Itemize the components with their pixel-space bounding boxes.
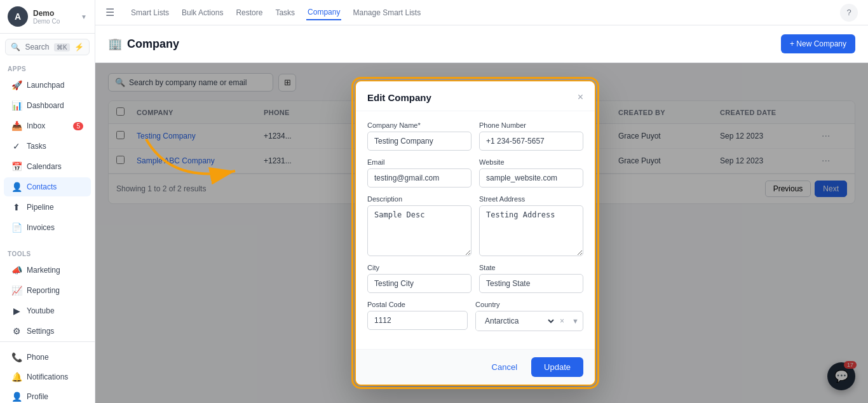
topnav-smart-lists[interactable]: Smart Lists bbox=[130, 6, 170, 20]
postal-input[interactable] bbox=[367, 311, 468, 330]
topnav-help-icon[interactable]: ? bbox=[840, 4, 858, 22]
modal-row-city-state: City State bbox=[367, 264, 583, 293]
postal-label: Postal Code bbox=[367, 301, 468, 308]
sidebar-item-label: Settings bbox=[27, 327, 54, 336]
tools-section-label: TOOLS bbox=[0, 245, 95, 260]
sidebar-item-tasks[interactable]: ✓ Tasks bbox=[4, 137, 91, 156]
topnav-tasks[interactable]: Tasks bbox=[274, 6, 296, 20]
modal-overlay: Edit Company × Company Name* Phone Numbe… bbox=[95, 63, 868, 403]
sidebar-item-label: Inbox bbox=[27, 121, 45, 130]
sidebar-item-profile[interactable]: 👤 Profile bbox=[4, 387, 91, 403]
reporting-icon: 📈 bbox=[11, 285, 22, 296]
sidebar-item-launchpad[interactable]: 🚀 Launchpad bbox=[4, 76, 91, 95]
phone-input[interactable] bbox=[479, 132, 583, 151]
company-name-label: Company Name* bbox=[367, 121, 471, 129]
settings-icon: ⚙ bbox=[11, 326, 22, 336]
page-title-icon: 🏢 bbox=[108, 37, 122, 51]
sidebar-item-invoices[interactable]: 📄 Invoices bbox=[4, 218, 91, 237]
sidebar-item-label: Notifications bbox=[27, 372, 68, 381]
sidebar-item-youtube[interactable]: ▶ Youtube bbox=[4, 301, 91, 320]
account-info: Demo Demo Co bbox=[33, 9, 60, 25]
content-area: 🔍 ⊞ Company Phone Created By Created Dat… bbox=[95, 63, 868, 403]
country-select[interactable]: Antarctica United States United Kingdom … bbox=[476, 311, 556, 331]
description-label: Description bbox=[367, 195, 471, 203]
inbox-icon: 📥 bbox=[11, 121, 22, 131]
top-nav: ☰ Smart Lists Bulk Actions Restore Tasks… bbox=[95, 0, 868, 25]
page-header: 🏢 Company + New Company bbox=[95, 25, 868, 63]
street-group: Street Address Testing Address bbox=[479, 195, 583, 256]
modal-title: Edit Company bbox=[367, 92, 431, 103]
state-input[interactable] bbox=[479, 274, 583, 293]
sidebar-item-calendars[interactable]: 📅 Calendars bbox=[4, 157, 91, 176]
sidebar-bottom: 📞 Phone 🔔 Notifications 👤 Profile bbox=[0, 341, 95, 403]
phone-label: Phone Number bbox=[479, 121, 583, 129]
sidebar-item-label: Phone bbox=[27, 353, 49, 362]
youtube-icon: ▶ bbox=[11, 306, 22, 316]
topnav-manage-smart-lists[interactable]: Manage Smart Lists bbox=[351, 6, 422, 20]
sidebar-item-label: Reporting bbox=[27, 286, 60, 295]
search-label: Search bbox=[25, 43, 49, 51]
chevron-down-icon: ▼ bbox=[568, 317, 583, 325]
sidebar-item-contacts[interactable]: 👤 Contacts bbox=[4, 177, 91, 196]
city-input[interactable] bbox=[367, 274, 471, 293]
street-textarea[interactable]: Testing Address bbox=[479, 205, 583, 256]
pipeline-icon: ⬆ bbox=[11, 202, 22, 212]
search-icon: 🔍 bbox=[11, 43, 20, 51]
country-clear-icon[interactable]: × bbox=[556, 317, 568, 325]
sidebar-item-label: Calendars bbox=[27, 162, 62, 171]
sidebar-item-notifications[interactable]: 🔔 Notifications bbox=[4, 367, 91, 386]
modal-header: Edit Company × bbox=[356, 81, 595, 111]
edit-company-modal: Edit Company × Company Name* Phone Numbe… bbox=[355, 80, 596, 386]
email-input[interactable] bbox=[367, 168, 471, 188]
company-name-group: Company Name* bbox=[367, 121, 471, 151]
sidebar-item-label: Launchpad bbox=[27, 81, 64, 90]
website-input[interactable] bbox=[479, 168, 583, 188]
marketing-icon: 📣 bbox=[11, 265, 22, 275]
flash-icon: ⚡ bbox=[74, 43, 84, 51]
contacts-icon: 👤 bbox=[11, 182, 22, 192]
main-content: ☰ Smart Lists Bulk Actions Restore Tasks… bbox=[95, 0, 868, 403]
country-select-wrap: Antarctica United States United Kingdom … bbox=[475, 311, 583, 331]
search-shortcut: ⌘K bbox=[54, 43, 70, 51]
website-label: Website bbox=[479, 158, 583, 166]
country-label: Country bbox=[475, 301, 583, 308]
sidebar-item-pipeline[interactable]: ⬆ Pipeline bbox=[4, 198, 91, 217]
new-company-button[interactable]: + New Company bbox=[781, 34, 855, 53]
modal-footer: Cancel Update bbox=[356, 349, 595, 385]
sidebar-item-settings[interactable]: ⚙ Settings bbox=[4, 322, 91, 341]
launchpad-icon: 🚀 bbox=[11, 80, 22, 90]
sidebar-item-inbox[interactable]: 📥 Inbox 5 bbox=[4, 116, 91, 135]
sidebar-item-phone[interactable]: 📞 Phone bbox=[4, 348, 91, 367]
modal-close-button[interactable]: × bbox=[578, 92, 583, 103]
calendar-icon: 📅 bbox=[11, 161, 22, 172]
invoices-icon: 📄 bbox=[11, 222, 22, 233]
tasks-icon: ✓ bbox=[11, 141, 22, 151]
topnav-restore[interactable]: Restore bbox=[234, 6, 264, 20]
email-label: Email bbox=[367, 158, 471, 166]
sidebar-item-marketing[interactable]: 📣 Marketing bbox=[4, 261, 91, 280]
description-textarea[interactable]: Sample Desc bbox=[367, 205, 471, 256]
street-label: Street Address bbox=[479, 195, 583, 203]
chevron-down-icon: ▼ bbox=[81, 13, 87, 20]
sidebar-item-label: Dashboard bbox=[27, 101, 64, 110]
modal-row-desc-street: Description Sample Desc Street Address T… bbox=[367, 195, 583, 256]
sidebar-search-button[interactable]: 🔍 Search ⌘K ⚡ bbox=[5, 39, 90, 55]
sidebar-item-label: Youtube bbox=[27, 306, 55, 315]
cancel-button[interactable]: Cancel bbox=[484, 358, 525, 376]
phone-icon: 📞 bbox=[11, 352, 22, 362]
account-sub: Demo Co bbox=[33, 18, 60, 25]
sidebar-item-label: Profile bbox=[27, 392, 48, 401]
modal-row-postal-country: Postal Code Country Antarctica United St… bbox=[367, 301, 583, 331]
modal-row-email-website: Email Website bbox=[367, 158, 583, 188]
company-name-input[interactable] bbox=[367, 132, 471, 151]
search-area: 🔍 Search ⌘K ⚡ bbox=[5, 39, 90, 55]
sidebar-item-dashboard[interactable]: 📊 Dashboard bbox=[4, 96, 91, 115]
description-group: Description Sample Desc bbox=[367, 195, 471, 256]
annotation-arrow bbox=[133, 126, 261, 203]
topnav-company[interactable]: Company bbox=[306, 5, 341, 20]
topnav-bulk-actions[interactable]: Bulk Actions bbox=[180, 6, 224, 20]
sidebar-item-label: Marketing bbox=[27, 266, 60, 275]
sidebar-item-reporting[interactable]: 📈 Reporting bbox=[4, 281, 91, 300]
hamburger-icon[interactable]: ☰ bbox=[105, 6, 114, 18]
update-button[interactable]: Update bbox=[531, 357, 583, 377]
